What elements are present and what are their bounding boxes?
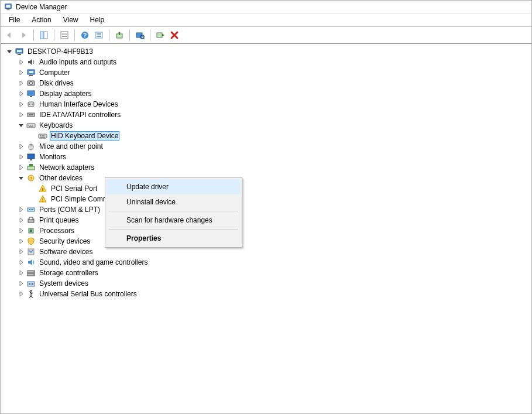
tree-item-label[interactable]: Ports (COM & LPT)	[38, 205, 101, 214]
cm-scan-hardware[interactable]: Scan for hardware changes	[107, 213, 241, 228]
tree-item-label[interactable]: Disk drives	[38, 78, 75, 88]
tree-row[interactable]: Computer	[12, 67, 531, 78]
chevron-down-icon[interactable]	[17, 174, 25, 182]
chevron-right-icon[interactable]	[17, 206, 25, 214]
svg-rect-48	[28, 166, 35, 170]
port-icon	[26, 205, 36, 214]
tree-row[interactable]: Human Interface Devices	[12, 99, 531, 110]
chevron-down-icon[interactable]	[17, 121, 25, 129]
cm-uninstall-device[interactable]: Uninstall device	[107, 194, 241, 210]
tree-item-label[interactable]: Monitors	[38, 152, 67, 162]
cm-properties[interactable]: Properties	[107, 231, 241, 246]
tree-row[interactable]: ?Other devices	[12, 173, 531, 183]
chevron-right-icon[interactable]	[17, 258, 25, 266]
svg-point-57	[32, 209, 33, 210]
chevron-right-icon[interactable]	[17, 216, 25, 224]
chevron-right-icon[interactable]	[17, 227, 25, 235]
svg-rect-61	[30, 230, 32, 232]
tree-item-label[interactable]: Network adapters	[38, 163, 95, 172]
tree-item-label[interactable]: PCI Serial Port	[50, 184, 98, 193]
tree-item-label[interactable]: Computer	[38, 68, 71, 77]
tree-row[interactable]: Universal Serial Bus controllers	[12, 289, 531, 299]
properties-button[interactable]	[58, 29, 71, 42]
tree-row[interactable]: Software devices	[12, 247, 531, 257]
tree-item-label[interactable]: Audio inputs and outputs	[38, 57, 118, 67]
tree-row[interactable]: Audio inputs and outputs	[12, 57, 531, 67]
tree-item-label[interactable]: Keyboards	[38, 121, 74, 130]
chevron-right-icon[interactable]	[17, 290, 25, 298]
tree-item-label[interactable]: Security devices	[38, 237, 91, 246]
svg-rect-59	[29, 217, 33, 220]
chevron-right-icon[interactable]	[17, 79, 25, 87]
tree-row[interactable]: Network adapters	[12, 162, 531, 173]
svg-rect-46	[28, 154, 35, 159]
chevron-right-icon[interactable]	[17, 100, 25, 108]
tree-item-label[interactable]: Print queues	[38, 215, 80, 225]
svg-line-17	[143, 38, 145, 39]
chevron-right-icon[interactable]	[17, 269, 25, 277]
tree-item-label[interactable]: Storage controllers	[38, 268, 99, 278]
scan-hardware-button[interactable]	[133, 29, 146, 42]
chevron-right-icon[interactable]	[17, 142, 25, 150]
tree-row[interactable]: Print queues	[12, 215, 531, 225]
chevron-right-icon[interactable]	[17, 237, 25, 245]
svg-point-55	[29, 209, 30, 210]
sound-icon	[26, 258, 36, 267]
help-button[interactable]: ?	[78, 29, 91, 42]
tree-row[interactable]: Mice and other point	[12, 141, 531, 152]
tree-row[interactable]: Display adapters	[12, 88, 531, 99]
tree-item-label[interactable]: Universal Serial Bus controllers	[38, 289, 138, 299]
toolbar: ?	[1, 27, 531, 43]
tree-row[interactable]: Monitors	[12, 152, 531, 162]
tree-row[interactable]: !PCI Serial Port	[24, 183, 531, 194]
tree-item-label[interactable]: IDE ATA/ATAPI controllers	[38, 110, 122, 119]
tree-item-label[interactable]: PCI Simple Comm	[50, 194, 110, 204]
tree-row[interactable]: Storage controllers	[12, 268, 531, 278]
menu-help[interactable]: Help	[84, 15, 111, 25]
tree-row[interactable]: Keyboards	[12, 120, 531, 131]
chevron-right-icon[interactable]	[17, 153, 25, 161]
menu-file[interactable]: File	[3, 15, 26, 25]
tree-item-label[interactable]: Human Interface Devices	[38, 100, 119, 109]
menu-action[interactable]: Action	[26, 15, 57, 25]
tree-item-label[interactable]: HID Keyboard Device	[50, 131, 119, 141]
tree-row[interactable]: Disk drives	[12, 78, 531, 88]
tree-row[interactable]: HID Keyboard Device	[24, 131, 531, 141]
tree-item-label[interactable]: Other devices	[38, 173, 84, 183]
tree-item-label[interactable]: Display adapters	[38, 89, 92, 98]
tree-row[interactable]: IDE ATA/ATAPI controllers	[12, 110, 531, 120]
tree-row[interactable]: !PCI Simple Comm	[24, 194, 531, 204]
cm-update-driver[interactable]: Update driver	[107, 179, 241, 194]
tree-item-label[interactable]: Processors	[38, 226, 75, 235]
tree-item-label[interactable]: Sound, video and game controllers	[38, 258, 149, 267]
tree-pane[interactable]: DESKTOP-4HF9B13Audio inputs and outputsC…	[1, 44, 531, 414]
chevron-right-icon[interactable]	[17, 69, 25, 77]
tree-item-label[interactable]: Software devices	[38, 247, 94, 256]
enable-device-button[interactable]	[154, 29, 167, 42]
forward-button[interactable]	[17, 29, 30, 42]
chevron-right-icon[interactable]	[17, 279, 25, 288]
tree-row[interactable]: DESKTOP-4HF9B13	[1, 46, 531, 57]
tree-item-label[interactable]: System devices	[38, 279, 90, 288]
window-title: Device Manager	[16, 3, 67, 11]
tree-item-label[interactable]: Mice and other point	[38, 142, 104, 151]
tree-row[interactable]: Processors	[12, 225, 531, 236]
uninstall-device-button[interactable]	[168, 29, 181, 42]
chevron-right-icon[interactable]	[17, 111, 25, 119]
back-button[interactable]	[3, 29, 16, 42]
chevron-right-icon[interactable]	[17, 58, 25, 66]
update-driver-button[interactable]	[113, 29, 126, 42]
chevron-right-icon[interactable]	[17, 163, 25, 172]
tree-item-label[interactable]: DESKTOP-4HF9B13	[26, 47, 94, 56]
tree-row[interactable]: Sound, video and game controllers	[12, 257, 531, 268]
chevron-right-icon[interactable]	[17, 248, 25, 256]
tree-row[interactable]: Ports (COM & LPT)	[12, 204, 531, 215]
chevron-right-icon[interactable]	[17, 90, 25, 98]
show-hide-tree-button[interactable]	[37, 29, 50, 42]
chevron-down-icon[interactable]	[5, 47, 13, 56]
tree-row[interactable]: Security devices	[12, 236, 531, 247]
tree-row[interactable]: System devices	[12, 278, 531, 289]
action-button[interactable]	[92, 29, 105, 42]
svg-rect-42	[43, 135, 44, 136]
menu-view[interactable]: View	[57, 15, 84, 25]
